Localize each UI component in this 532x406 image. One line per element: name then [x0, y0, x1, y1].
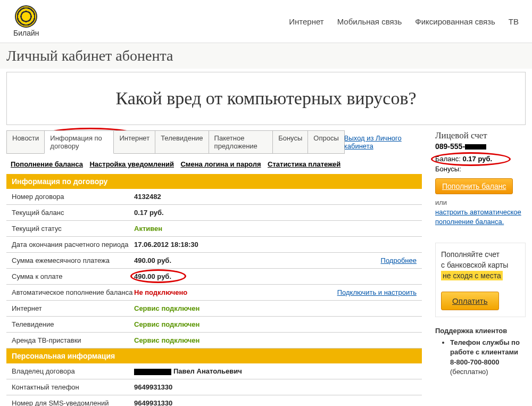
page-title: Личный кабинет абонента [0, 43, 532, 69]
tab-package[interactable]: Пакетное предложение [209, 130, 273, 154]
main-column: Новости Информация по договору Интернет … [6, 130, 422, 406]
subnav-stats[interactable]: Статистика платежей [268, 160, 340, 168]
table-row: Аренда ТВ-приставкиСервис подключен [6, 333, 422, 349]
tab-contract-info[interactable]: Информация по договору [44, 130, 114, 154]
row-value: 490.00 руб. [134, 256, 376, 264]
logo-text: Билайн [13, 29, 39, 37]
tab-bonus[interactable]: Бонусы [272, 130, 308, 154]
row-label: Текущий баланс [12, 209, 134, 217]
table-row: Номер договора4132482 [6, 189, 422, 205]
row-label: Номер договора [12, 193, 134, 201]
row-label: Телевидение [12, 320, 134, 328]
nav-tv[interactable]: ТВ [509, 17, 519, 26]
support-phone: 8-800-700-8000 [450, 358, 526, 367]
contract-table: Номер договора4132482Текущий баланс0.17 … [6, 189, 422, 349]
table-row: Владелец договораПавел Анатольевич [6, 363, 422, 379]
bonus-row: Бонусы: [435, 165, 526, 173]
balance-label: Баланс: [435, 155, 461, 163]
row-value: Активен [134, 225, 417, 233]
row-label: Автоматическое пополнение баланса [12, 288, 134, 296]
support-free: (бесплатно) [450, 367, 526, 377]
table-row: Текущий баланс0.17 руб. [6, 205, 422, 221]
row-value: 490.00 руб. [134, 272, 417, 280]
row-value: Сервис подключен [134, 304, 417, 312]
row-label: Сумма к оплате [12, 272, 134, 280]
logout-link[interactable]: Выход из Личного кабинета [344, 134, 422, 150]
table-row: Текущий статусАктивен [6, 221, 422, 237]
nav-internet[interactable]: Интернет [289, 17, 323, 26]
top-nav: Интернет Мобильная связь Фиксированная с… [289, 17, 519, 26]
row-label: Дата окончания расчетного периода [12, 241, 134, 248]
promo-line3: не сходя с места [441, 271, 503, 280]
banner[interactable]: Какой вред от компьютерных вирусов? [6, 72, 526, 125]
table-row: ИнтернетСервис подключен [6, 301, 422, 317]
logo[interactable]: Билайн [13, 5, 39, 37]
personal-table: Владелец договораПавел АнатольевичКонтак… [6, 363, 422, 406]
row-value: 9649931330 [134, 383, 417, 391]
redacted-account [465, 144, 486, 150]
banner-text: Какой вред от компьютерных вирусов? [23, 88, 509, 109]
table-row: Сумма ежемесячного платежа490.00 руб.Под… [6, 253, 422, 269]
balance-value: 0.17 руб. [463, 155, 493, 163]
table-row: Дата окончания расчетного периода17.06.2… [6, 237, 422, 253]
section-personal-header: Персональная информация [6, 349, 422, 363]
pay-button[interactable]: Оплатить [441, 292, 499, 310]
row-label: Номер для SMS-уведомлений [12, 399, 134, 406]
row-value: 4132482 [134, 193, 417, 201]
account-title: Лицевой счет [435, 130, 526, 141]
row-label: Владелец договора [12, 367, 134, 375]
row-label: Сумма ежемесячного платежа [12, 256, 134, 264]
subnav-topup[interactable]: Пополнение баланса [11, 160, 83, 168]
row-label: Интернет [12, 304, 134, 312]
table-row: Автоматическое пополнение балансаНе подк… [6, 285, 422, 301]
subnav-notify[interactable]: Настройка уведомлений [89, 160, 174, 168]
account-number-prefix: 089-555- [435, 142, 465, 151]
subnav-login[interactable]: Смена логина и пароля [180, 160, 261, 168]
table-row: Контактный телефон9649931330 [6, 379, 422, 395]
row-action-link[interactable]: Подключить и настроить [337, 288, 417, 296]
balance-row: Баланс: 0.17 руб. [435, 155, 526, 163]
sidebar: Лицевой счет 089-555- Баланс: 0.17 руб. … [435, 130, 526, 406]
row-action-link[interactable]: Подробнее [381, 256, 417, 264]
support-block: Поддержка клиентов Телефон службы по раб… [435, 327, 526, 377]
row-value: Павел Анатольевич [134, 367, 417, 375]
promo-line1: Пополняйте счет [441, 250, 520, 260]
tabs-row: Новости Информация по договору Интернет … [6, 130, 422, 154]
beeline-logo-icon [15, 5, 37, 28]
header: Билайн Интернет Мобильная связь Фиксиров… [0, 0, 532, 43]
row-value: 0.17 руб. [134, 209, 417, 217]
table-row: ТелевидениеСервис подключен [6, 317, 422, 333]
redacted-name [134, 369, 171, 375]
or-text: или [435, 198, 526, 206]
support-item-text: Телефон службы по работе с клиентами [450, 338, 520, 356]
table-row: Номер для SMS-уведомлений9649931330 [6, 395, 422, 406]
auto-topup-link[interactable]: настроить автоматическое пополнение бала… [435, 208, 526, 227]
row-label: Контактный телефон [12, 383, 134, 391]
row-value: 9649931330 [134, 399, 417, 406]
row-label: Текущий статус [12, 225, 134, 233]
account-number: 089-555- [435, 142, 526, 151]
promo-line2: с банковской карты [441, 260, 520, 271]
tab-polls[interactable]: Опросы [307, 130, 344, 154]
tab-news[interactable]: Новости [6, 130, 45, 154]
row-value: Не подключено [134, 288, 332, 296]
section-contract-header: Информация по договору [6, 174, 422, 189]
tab-tv[interactable]: Телевидение [155, 130, 209, 154]
topup-button[interactable]: Пополнить баланс [435, 178, 513, 194]
table-row: Сумма к оплате490.00 руб. [6, 269, 422, 285]
support-title: Поддержка клиентов [435, 327, 526, 335]
row-value: Сервис подключен [134, 320, 417, 328]
sub-nav: Пополнение баланса Настройка уведомлений… [6, 154, 422, 174]
promo-block: Пополняйте счет с банковской карты не сх… [435, 243, 526, 317]
row-label: Аренда ТВ-приставки [12, 336, 134, 344]
bonus-label: Бонусы: [435, 165, 461, 173]
row-value: 17.06.2012 18:18:30 [134, 241, 417, 248]
row-value: Сервис подключен [134, 336, 417, 344]
tabs: Новости Информация по договору Интернет … [6, 130, 344, 154]
nav-mobile[interactable]: Мобильная связь [337, 17, 402, 26]
nav-fixed[interactable]: Фиксированная связь [415, 17, 495, 26]
support-item: Телефон службы по работе с клиентами 8-8… [450, 338, 526, 377]
tab-internet[interactable]: Интернет [113, 130, 155, 154]
